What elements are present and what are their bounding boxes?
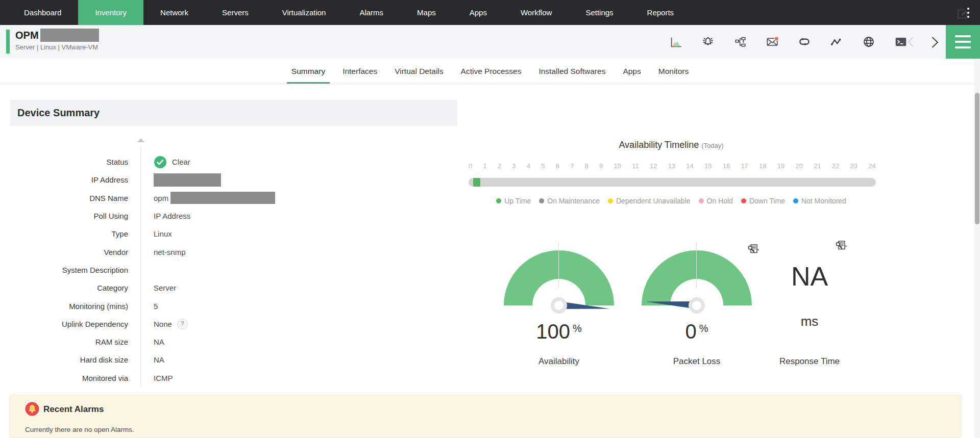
legend-on-maintenance: On Maintenance <box>539 197 600 205</box>
type-value: Linux <box>154 229 172 238</box>
response-time-label: Response Time <box>754 356 865 367</box>
legend-dependent-unavailable: Dependent Unavailable <box>608 197 691 205</box>
timeline-hour-axis: 0123456789101112131415161718192021222324 <box>469 162 876 170</box>
dns-name-value: opm <box>154 194 168 202</box>
up-time-dot <box>496 198 501 203</box>
poll-using-value: IP Address <box>154 212 190 220</box>
field-row-dns-name: DNS Name opm <box>10 189 449 207</box>
nav-item-network[interactable]: Network <box>143 0 205 25</box>
gauge-hub <box>551 297 567 314</box>
hard-disk-size-value: NA <box>154 355 164 364</box>
tab-interfaces[interactable]: Interfaces <box>334 59 386 84</box>
availability-timeline-bar[interactable] <box>469 178 876 187</box>
field-row-poll-using: Poll Using IP Address <box>10 207 449 225</box>
availability-timeline-range: (Today) <box>701 142 723 149</box>
nav-item-dashboard[interactable]: Dashboard <box>7 0 78 25</box>
globe-icon[interactable] <box>862 35 875 48</box>
timeline-uptime-segment <box>473 178 480 187</box>
field-row-vendor: Vendor net-snmp <box>10 243 449 261</box>
nav-item-workflow[interactable]: Workflow <box>504 0 569 25</box>
nav-item-inventory[interactable]: Inventory <box>78 0 143 25</box>
recent-alarms-panel: Recent Alarms Currently there are no ope… <box>9 395 962 438</box>
field-row-category: Category Server <box>10 279 449 297</box>
legend-down-time: Down Time <box>741 197 785 205</box>
recent-alarms-bell-icon <box>25 402 39 416</box>
edit-icon[interactable] <box>955 7 969 20</box>
field-row-ram-size: RAM size NA <box>10 333 449 351</box>
collapse-caret-icon[interactable] <box>137 138 144 142</box>
gauge-tick <box>558 243 559 288</box>
nav-item-maps[interactable]: Maps <box>400 0 453 25</box>
tab-installed-softwares[interactable]: Installed Softwares <box>530 59 614 84</box>
scrollbar-track[interactable] <box>974 59 980 438</box>
field-row-ip-address: IP Address <box>10 171 449 189</box>
field-row-uplink-dependency: Uplink Dependency None ? <box>10 315 449 333</box>
not-monitored-dot <box>793 198 798 203</box>
nav-item-servers[interactable]: Servers <box>205 0 265 25</box>
tab-monitors[interactable]: Monitors <box>650 59 697 84</box>
nav-item-alarms[interactable]: Alarms <box>342 0 400 25</box>
response-time-value: NA <box>754 261 865 292</box>
side-menu-icon[interactable] <box>946 25 980 59</box>
device-tabs: Summary Interfaces Virtual Details Activ… <box>0 59 980 84</box>
top-navigation: Dashboard Inventory Network Servers Virt… <box>0 0 980 25</box>
tab-active-processes[interactable]: Active Processes <box>452 59 530 84</box>
device-summary-header: Device Summary <box>10 100 457 126</box>
nav-item-apps[interactable]: Apps <box>453 0 504 25</box>
availability-value: 100% <box>504 320 614 343</box>
monitored-via-value: ICMP <box>154 374 173 382</box>
device-status-accent-bar <box>6 30 10 54</box>
response-time-report-icon[interactable] <box>835 240 847 251</box>
dependency-loop-icon[interactable] <box>798 35 811 48</box>
dependent-unavailable-dot <box>608 198 613 203</box>
alarm-bell-icon[interactable] <box>701 35 715 48</box>
on-hold-dot <box>699 198 704 203</box>
dns-name-redaction <box>170 192 275 204</box>
uplink-dependency-value: None <box>154 320 172 328</box>
workflow-icon[interactable] <box>733 35 747 48</box>
recent-alarms-title: Recent Alarms <box>43 404 104 415</box>
nav-item-virtualization[interactable]: Virtualization <box>265 0 343 25</box>
device-summary-fields: Status Clear IP Address DNS Name opm Pol… <box>10 153 449 387</box>
ip-address-redaction <box>154 173 221 187</box>
ram-size-value: NA <box>154 338 164 346</box>
tab-virtual-details[interactable]: Virtual Details <box>386 59 452 84</box>
packet-loss-gauge <box>642 243 752 317</box>
device-title: OPM <box>15 30 39 41</box>
chevron-right-icon[interactable] <box>927 35 941 49</box>
help-icon[interactable]: ? <box>177 319 188 329</box>
field-row-status: Status Clear <box>10 153 449 171</box>
field-row-system-description: System Description <box>10 261 449 279</box>
field-row-monitoring-interval: Monitoring (mins) 5 <box>10 297 449 315</box>
mail-unread-icon[interactable] <box>766 35 779 48</box>
gauge-tick <box>696 243 697 288</box>
tab-apps[interactable]: Apps <box>614 59 649 84</box>
timeline-legend: Up Time On Maintenance Dependent Unavail… <box>457 197 886 205</box>
device-subtitle: Server | Linux | VMware-VM <box>15 43 99 51</box>
field-row-monitored-via: Monitored via ICMP <box>10 369 449 387</box>
monitoring-interval-value: 5 <box>154 302 158 311</box>
availability-label: Availability <box>504 356 614 367</box>
chevron-left-icon[interactable] <box>904 35 918 48</box>
response-time-unit: ms <box>754 314 865 329</box>
packet-loss-value: 0% <box>642 320 752 343</box>
vendor-value: net-snmp <box>154 248 186 256</box>
device-header: OPM Server | Linux | VMware-VM <box>0 25 980 59</box>
on-maintenance-dot <box>539 198 544 203</box>
status-value: Clear <box>172 158 190 166</box>
page: Dashboard Inventory Network Servers Virt… <box>0 0 980 438</box>
availability-report-icon[interactable] <box>747 243 760 254</box>
latency-pulse-icon[interactable] <box>830 35 843 48</box>
nav-item-settings[interactable]: Settings <box>569 0 630 25</box>
down-time-dot <box>741 198 746 203</box>
performance-chart-icon[interactable] <box>669 35 682 48</box>
availability-gauge <box>504 243 614 317</box>
device-title-redaction <box>40 29 99 42</box>
scrollbar-thumb[interactable] <box>975 93 979 224</box>
device-summary-title: Device Summary <box>10 107 100 119</box>
legend-not-monitored: Not Monitored <box>793 197 846 205</box>
legend-on-hold: On Hold <box>699 197 733 205</box>
tab-summary[interactable]: Summary <box>283 59 334 84</box>
nav-item-reports[interactable]: Reports <box>630 0 691 25</box>
device-toolbar <box>669 25 908 59</box>
